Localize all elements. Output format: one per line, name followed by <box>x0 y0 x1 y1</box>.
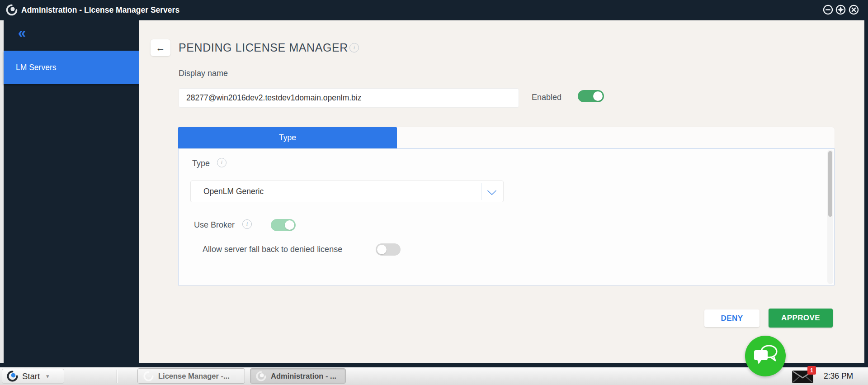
collapse-sidebar-button[interactable]: « <box>16 24 28 42</box>
display-name-input[interactable] <box>179 88 519 108</box>
task-label: License Manager -... <box>158 372 230 380</box>
approve-button[interactable]: APPROVE <box>769 309 833 328</box>
window-right-border <box>864 20 868 363</box>
content-panel: Type i OpenLM Generic Use Broker i Allow… <box>178 148 835 285</box>
dropdown-divider <box>481 183 482 200</box>
page-title-info-icon[interactable]: i <box>349 43 359 52</box>
start-caret-icon: ▾ <box>46 373 49 380</box>
tray-unread-badge: 1 <box>807 366 816 375</box>
window-title: Administration - License Manager Servers <box>21 0 179 20</box>
page-title: PENDING LICENSE MANAGER <box>179 41 348 54</box>
back-arrow-icon: ← <box>156 43 165 53</box>
start-label: Start <box>22 371 40 381</box>
task-button-administration[interactable]: Administration - ... <box>250 368 346 384</box>
type-dropdown-value: OpenLM Generic <box>203 181 264 202</box>
chevron-double-left-icon: « <box>18 25 26 41</box>
chevron-down-icon <box>487 189 497 197</box>
maximize-button[interactable] <box>835 5 846 15</box>
tab-bar: Type <box>178 127 835 148</box>
window-left-border <box>0 20 4 363</box>
toggle-knob <box>285 220 294 230</box>
chat-widget-button[interactable] <box>745 336 786 376</box>
tray-clock: 2:36 PM <box>824 367 853 385</box>
task-label: Administration - ... <box>271 372 336 380</box>
titlebar: Administration - License Manager Servers <box>0 0 868 20</box>
openlm-logo-icon <box>6 4 18 18</box>
type-dropdown[interactable]: OpenLM Generic <box>190 181 504 202</box>
fallback-toggle[interactable] <box>376 243 401 256</box>
tab-type[interactable]: Type <box>178 127 397 148</box>
taskbar-divider <box>117 370 117 383</box>
panel-scrollbar[interactable] <box>827 150 833 284</box>
scrollbar-thumb[interactable] <box>828 151 832 217</box>
type-label: Type <box>192 159 210 168</box>
task-logo-icon <box>250 371 266 381</box>
taskbar: Start ▾ License Manager -... Administrat… <box>0 367 868 385</box>
task-logo-icon <box>138 371 154 381</box>
use-broker-toggle[interactable] <box>271 219 296 231</box>
close-button[interactable] <box>849 5 859 15</box>
enabled-toggle[interactable] <box>578 90 604 102</box>
start-button[interactable]: Start ▾ <box>2 369 64 384</box>
task-button-license-manager[interactable]: License Manager -... <box>137 368 245 384</box>
toggle-knob <box>593 91 603 101</box>
tab-label: Type <box>279 133 296 143</box>
fallback-label: Allow server fall back to denied license <box>203 245 342 254</box>
display-name-label: Display name <box>179 69 228 78</box>
window-bottom-border <box>0 363 868 367</box>
sidebar-item-label: LM Servers <box>16 63 56 72</box>
use-broker-label: Use Broker <box>194 220 235 230</box>
minimize-button[interactable] <box>823 5 833 15</box>
chat-bubbles-icon <box>753 344 778 368</box>
toggle-knob <box>377 245 387 254</box>
type-info-icon[interactable]: i <box>217 158 226 167</box>
main-content: ← PENDING LICENSE MANAGER i Display name… <box>139 20 864 363</box>
back-button[interactable]: ← <box>151 39 170 56</box>
sidebar-item-lm-servers[interactable]: LM Servers <box>4 51 139 84</box>
deny-button[interactable]: DENY <box>704 309 760 327</box>
use-broker-info-icon[interactable]: i <box>242 219 252 229</box>
sidebar: « LM Servers <box>4 20 139 363</box>
enabled-label: Enabled <box>532 93 561 102</box>
start-logo-icon <box>7 371 18 382</box>
